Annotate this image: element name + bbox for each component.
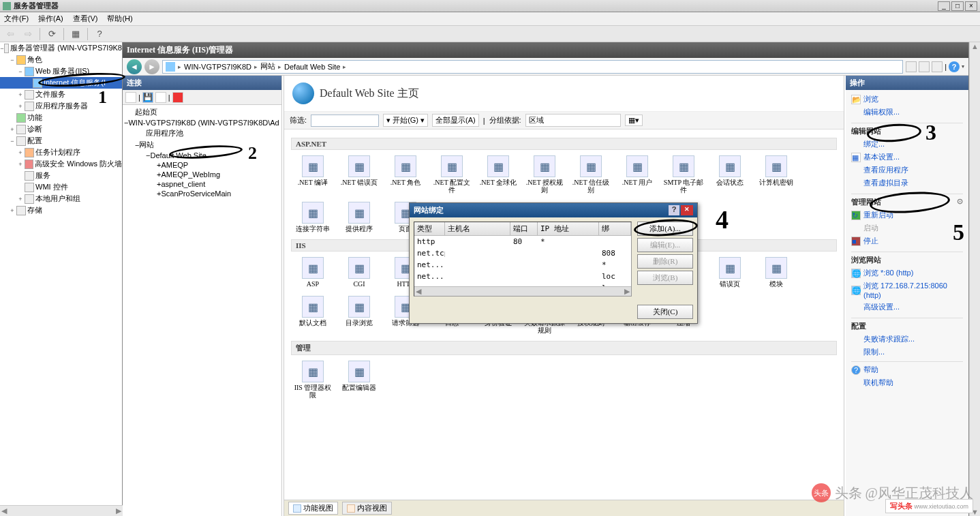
action-view-apps[interactable]: 查看应用程序 bbox=[851, 164, 963, 177]
maximize-button[interactable]: □ bbox=[951, 1, 964, 11]
feature-item[interactable]: ▦IIS 管理器权限 bbox=[291, 358, 335, 401]
action-stop[interactable]: ■停止 bbox=[851, 234, 963, 247]
action-browse[interactable]: 📂浏览 bbox=[851, 93, 963, 106]
conn-tool-stop[interactable] bbox=[172, 92, 183, 103]
tree-web-iis[interactable]: Web 服务器(IIS) bbox=[35, 66, 89, 76]
feature-item[interactable]: ▦连接字符串 bbox=[291, 199, 335, 235]
action-help[interactable]: ?帮助 bbox=[851, 361, 963, 376]
feature-item[interactable]: ▦.NET 编译 bbox=[291, 153, 335, 196]
tree-storage[interactable]: 存储 bbox=[27, 205, 42, 215]
close-dialog-button[interactable]: 关闭(C) bbox=[637, 305, 693, 319]
left-tree-hscroll[interactable]: ◀▶ bbox=[0, 505, 123, 516]
add-binding-button[interactable]: 添加(A)... bbox=[637, 222, 693, 236]
conn-app-3[interactable]: ScanProServiceMain bbox=[161, 189, 231, 198]
nav-back-button[interactable]: ◄ bbox=[127, 59, 142, 74]
tree-wmi[interactable]: WMI 控件 bbox=[35, 182, 68, 192]
action-edit-permissions[interactable]: 编辑权限... bbox=[851, 106, 963, 119]
feature-item[interactable]: ▦.NET 信任级别 bbox=[569, 153, 613, 196]
conn-default-site[interactable]: Default Web Site bbox=[150, 151, 206, 160]
col-ip[interactable]: IP 地址 bbox=[538, 222, 599, 235]
binding-row[interactable]: http80* bbox=[414, 236, 631, 247]
conn-sites[interactable]: 网站 bbox=[139, 140, 154, 150]
view-mode-button[interactable]: ▦▾ bbox=[625, 115, 643, 126]
feature-item[interactable]: ▦SMTP 电子邮件 bbox=[662, 153, 705, 196]
help-button[interactable]: ? bbox=[92, 27, 107, 41]
action-restart[interactable]: ↻重新启动 bbox=[851, 209, 963, 222]
feature-item[interactable]: ▦目录浏览 bbox=[337, 293, 381, 337]
delete-binding-button[interactable]: 删除(R) bbox=[637, 254, 693, 269]
action-view-vdirs[interactable]: 查看虚拟目录 bbox=[851, 177, 963, 189]
feature-item[interactable]: ▦.NET 配置文件 bbox=[430, 153, 474, 196]
dialog-close-button[interactable]: ✕ bbox=[681, 205, 693, 215]
back-button[interactable]: ⇦ bbox=[3, 27, 18, 41]
nav-icon-3[interactable] bbox=[932, 61, 943, 72]
conn-app-pools[interactable]: 应用程序池 bbox=[146, 128, 183, 138]
tree-task-scheduler[interactable]: 任务计划程序 bbox=[35, 147, 80, 157]
action-basic-settings[interactable]: ▦基本设置... bbox=[851, 151, 963, 164]
show-all-button[interactable]: 全部显示(A) bbox=[432, 114, 479, 127]
minimize-button[interactable]: _ bbox=[938, 1, 950, 11]
edit-binding-button[interactable]: 编辑(E)... bbox=[637, 238, 693, 252]
tree-config[interactable]: 配置 bbox=[27, 136, 42, 146]
connections-tree[interactable]: 起始页 −WIN-VGTPS7I9K8D (WIN-VGTPS7I9K8D\Ad… bbox=[123, 105, 281, 516]
breadcrumb-server[interactable]: WIN-VGTPS7I9K8D bbox=[184, 63, 251, 71]
feature-item[interactable]: ▦.NET 全球化 bbox=[476, 153, 520, 196]
dialog-help-button[interactable]: ? bbox=[669, 205, 679, 215]
feature-item[interactable]: ▦提供程序 bbox=[337, 199, 381, 235]
close-button[interactable]: × bbox=[965, 1, 977, 11]
action-online-help[interactable]: 联机帮助 bbox=[851, 376, 963, 389]
nav-icon-1[interactable] bbox=[906, 61, 917, 72]
tree-roles[interactable]: 角色 bbox=[27, 55, 42, 65]
action-limits[interactable]: 限制... bbox=[851, 346, 963, 359]
col-port[interactable]: 端口 bbox=[510, 222, 538, 235]
feature-item[interactable]: ▦.NET 角色 bbox=[384, 153, 427, 196]
main-vscroll[interactable]: ▲▼ bbox=[969, 42, 980, 516]
menu-help[interactable]: 帮助(H) bbox=[107, 14, 132, 24]
tree-diagnostics[interactable]: 诊断 bbox=[27, 124, 42, 134]
action-failed-req[interactable]: 失败请求跟踪... bbox=[851, 333, 963, 346]
tab-features[interactable]: 功能视图 bbox=[288, 502, 338, 515]
tab-content[interactable]: 内容视图 bbox=[342, 502, 392, 515]
tree-app-server[interactable]: 应用程序服务器 bbox=[35, 101, 88, 111]
help-icon[interactable]: ? bbox=[949, 61, 960, 72]
properties-button[interactable]: ▦ bbox=[68, 27, 83, 41]
conn-app-2[interactable]: aspnet_client bbox=[161, 180, 205, 188]
breadcrumb-site[interactable]: Default Web Site bbox=[284, 63, 340, 71]
group-mgmt[interactable]: 管理 bbox=[291, 341, 837, 355]
tree-services[interactable]: 服务 bbox=[35, 170, 50, 181]
feature-item[interactable]: ▦.NET 用户 bbox=[615, 153, 659, 196]
filter-input[interactable] bbox=[311, 115, 379, 127]
menu-view[interactable]: 查看(V) bbox=[73, 14, 98, 24]
conn-tool-save[interactable]: 💾 bbox=[142, 92, 153, 103]
conn-app-0[interactable]: AMEQP bbox=[161, 161, 188, 169]
menu-file[interactable]: 文件(F) bbox=[4, 14, 29, 24]
server-manager-tree[interactable]: −服务器管理器 (WIN-VGTPS7I9K8 −角色 −Web 服务器(IIS… bbox=[0, 42, 123, 505]
binding-row[interactable]: net.tcp808 bbox=[414, 247, 631, 259]
tree-firewall[interactable]: 高级安全 Windows 防火墙 bbox=[35, 159, 122, 169]
action-bindings[interactable]: 绑定... bbox=[851, 138, 963, 151]
binding-row[interactable]: net....loc bbox=[414, 271, 631, 282]
nav-forward-button[interactable]: ► bbox=[144, 59, 159, 74]
groupby-select[interactable]: 区域 bbox=[525, 114, 621, 127]
breadcrumb-sites[interactable]: 网站 bbox=[260, 61, 275, 72]
menu-action[interactable]: 操作(A) bbox=[38, 14, 63, 24]
feature-item[interactable]: ▦ASP bbox=[291, 254, 335, 290]
binding-row[interactable]: net....* bbox=[414, 259, 631, 271]
dialog-titlebar[interactable]: 网站绑定 ?✕ bbox=[410, 203, 697, 217]
bindings-hscroll[interactable]: ◀▶ bbox=[414, 286, 631, 296]
feature-item[interactable]: ▦CGI bbox=[337, 254, 381, 290]
conn-app-1[interactable]: AMEQP_WebImg bbox=[161, 170, 220, 179]
browse-binding-button[interactable]: 浏览(B) bbox=[637, 271, 693, 285]
bindings-table[interactable]: 类型 主机名 端口 IP 地址 绑 http80*net.tcp808net..… bbox=[414, 222, 632, 297]
col-type[interactable]: 类型 bbox=[414, 222, 445, 235]
col-host[interactable]: 主机名 bbox=[445, 222, 510, 235]
feature-item[interactable]: ▦错误页 bbox=[708, 254, 752, 290]
conn-start-page[interactable]: 起始页 bbox=[135, 107, 157, 117]
conn-server[interactable]: WIN-VGTPS7I9K8D (WIN-VGTPS7I9K8D\Ad bbox=[128, 119, 279, 127]
breadcrumb[interactable]: ▸ WIN-VGTPS7I9K8D▸ 网站▸ Default Web Site▸ bbox=[162, 60, 903, 74]
action-advanced-settings[interactable]: 高级设置... bbox=[851, 301, 963, 314]
feature-item[interactable]: ▦会话状态 bbox=[708, 153, 752, 196]
forward-button[interactable]: ⇨ bbox=[20, 27, 35, 41]
group-aspnet[interactable]: ASP.NET bbox=[291, 138, 837, 150]
collapse-icon[interactable]: ⊙ bbox=[957, 197, 963, 207]
